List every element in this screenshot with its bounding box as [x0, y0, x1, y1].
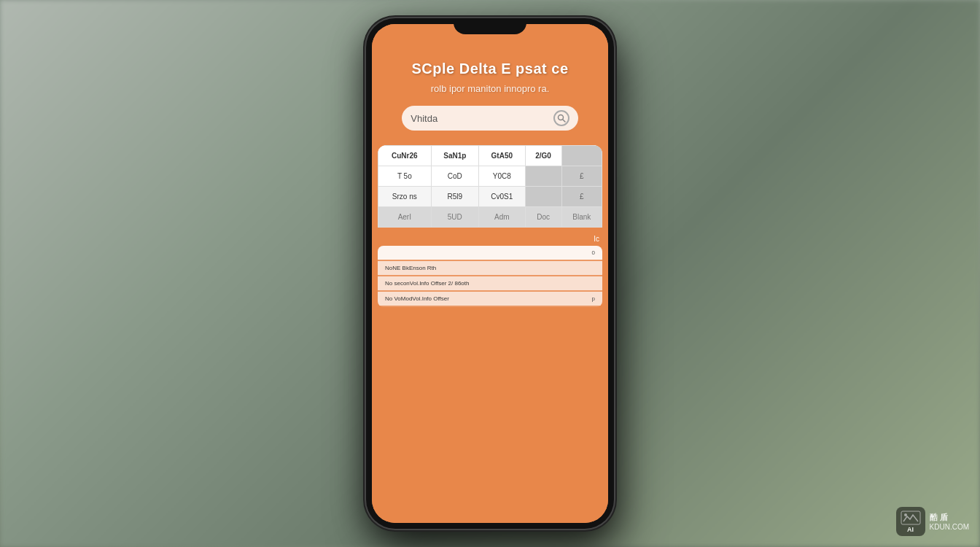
col-header-2: GtA50 — [479, 146, 526, 166]
bottom-section: Ic 0 NoNE BkEnson Rth No seconVol.Info O… — [372, 228, 608, 523]
col-header-0: CuNr26 — [378, 146, 432, 166]
watermark-ai-label: AI — [907, 526, 914, 533]
phone-frame: SCple Delta E psat ce rolb ipor maniton … — [366, 18, 614, 529]
cell-2-4: Blank — [561, 207, 602, 228]
list-item-value: 0 — [592, 249, 595, 256]
data-table: CuNr26 SaN1p GtA50 2/G0 T 5o CoD Y0C8 — [378, 145, 602, 228]
cell-0-3 — [525, 166, 561, 187]
list-item-text-2: NoNE BkEnson Rth — [385, 265, 436, 271]
svg-point-0 — [558, 115, 563, 120]
bottom-list: 0 NoNE BkEnson Rth No seconVol.Info Offs… — [378, 246, 602, 307]
phone-notch — [454, 18, 526, 34]
watermark-text: 酷 盾 KDUN.COM — [930, 512, 969, 531]
search-bar[interactable]: Vhitda — [402, 106, 578, 131]
cell-0-2: Y0C8 — [479, 166, 526, 187]
cell-0-0: T 5o — [378, 166, 432, 187]
cell-0-1: CoD — [431, 166, 478, 187]
list-item-text-4: No VoModVol.Info Offser — [385, 295, 449, 302]
cell-0-4: £ — [561, 166, 602, 187]
header-section: SCple Delta E psat ce rolb ipor maniton … — [372, 24, 608, 145]
cell-1-4: £ — [561, 187, 602, 207]
list-item: No seconVol.Info Offser 2/ 86oth — [378, 276, 602, 290]
watermark-icon: AI — [896, 507, 925, 536]
cell-1-2: Cv0S1 — [479, 187, 526, 207]
list-item: No VoModVol.Info Offser p — [378, 292, 602, 306]
search-icon[interactable] — [553, 110, 569, 126]
card-section: CuNr26 SaN1p GtA50 2/G0 T 5o CoD Y0C8 — [378, 145, 602, 228]
list-item-value-4: p — [592, 295, 595, 302]
bottom-label: Ic — [378, 235, 602, 243]
search-input[interactable]: Vhitda — [411, 113, 547, 124]
cell-2-3: Doc — [525, 207, 561, 228]
list-item-text-3: No seconVol.Info Offser 2/ 86oth — [385, 280, 469, 287]
table-row: AerI 5UD Adm Doc Blank — [378, 207, 602, 228]
watermark: AI 酷 盾 KDUN.COM — [896, 507, 969, 536]
app-subtitle: rolb ipor maniton innopro ra. — [431, 82, 550, 96]
list-item: NoNE BkEnson Rth — [378, 261, 602, 275]
phone-wrapper: SCple Delta E psat ce rolb ipor maniton … — [351, 11, 629, 536]
cell-1-0: Srzo ns — [378, 187, 432, 207]
app-title: SCple Delta E psat ce — [411, 59, 568, 78]
col-header-1: SaN1p — [431, 146, 478, 166]
cell-2-2: Adm — [479, 207, 526, 228]
phone-screen: SCple Delta E psat ce rolb ipor maniton … — [372, 24, 608, 523]
col-header-3: 2/G0 — [525, 146, 561, 166]
svg-point-3 — [904, 513, 907, 516]
col-header-4 — [561, 146, 602, 166]
table-row: Srzo ns R5l9 Cv0S1 £ — [378, 187, 602, 207]
svg-line-1 — [563, 120, 565, 122]
cell-1-3 — [525, 187, 561, 207]
table-row: T 5o CoD Y0C8 £ — [378, 166, 602, 187]
list-item: 0 — [378, 246, 602, 260]
watermark-brand-cn: 酷 盾 — [930, 512, 948, 523]
cell-1-1: R5l9 — [431, 187, 478, 207]
watermark-brand-en: KDUN.COM — [930, 523, 969, 531]
cell-2-0: AerI — [378, 207, 432, 228]
cell-2-1: 5UD — [431, 207, 478, 228]
